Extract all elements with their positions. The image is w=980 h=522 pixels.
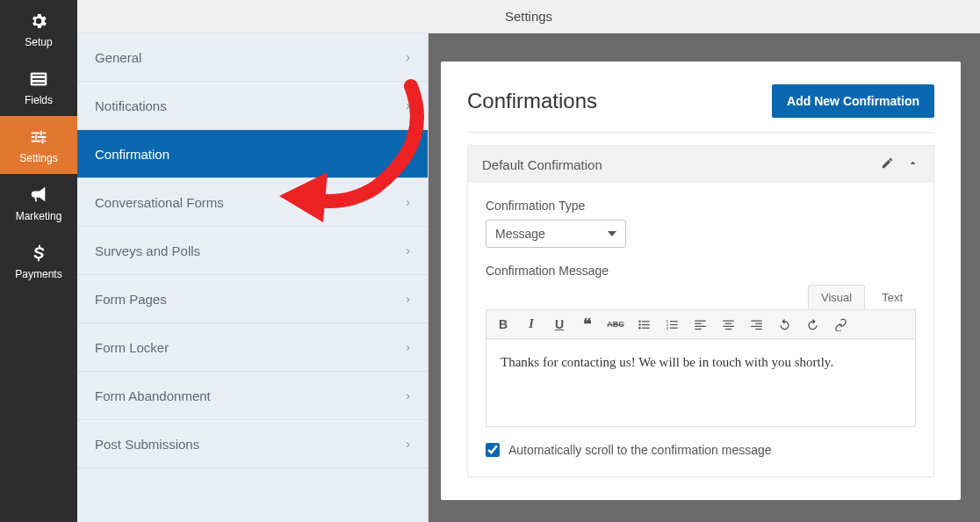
panel-title: Confirmations xyxy=(467,89,597,113)
editor-toolbar: B I U ❝ ABC 123 xyxy=(486,309,916,339)
bullet-list-icon[interactable] xyxy=(634,315,653,334)
sidebar-item-settings[interactable]: Settings xyxy=(0,116,77,174)
confirmation-actions xyxy=(881,156,919,172)
confirmation-card: Default Confirmation Confirmation Type M… xyxy=(467,145,934,477)
scroll-checkbox-row[interactable]: Automatically scroll to the confirmation… xyxy=(486,443,916,457)
editor-textarea[interactable]: Thanks for contacting us! We will be in … xyxy=(486,339,916,427)
subnav-item-label: Confirmation xyxy=(95,147,169,162)
svg-rect-15 xyxy=(695,320,706,321)
chevron-up-icon[interactable] xyxy=(906,156,919,172)
sidebar-item-label: Fields xyxy=(25,94,53,106)
confirmation-message-label: Confirmation Message xyxy=(486,264,916,278)
svg-text:3: 3 xyxy=(666,325,668,330)
sidebar-item-label: Settings xyxy=(19,152,57,164)
svg-rect-21 xyxy=(723,325,734,326)
dollar-icon xyxy=(28,243,49,264)
numbered-list-icon[interactable]: 123 xyxy=(662,315,681,334)
svg-rect-26 xyxy=(755,328,762,329)
sidebar-item-marketing[interactable]: Marketing xyxy=(0,174,77,232)
sidebar-item-setup[interactable]: Setup xyxy=(0,0,77,58)
edit-icon[interactable] xyxy=(881,156,894,172)
italic-icon[interactable]: I xyxy=(522,315,541,334)
svg-rect-18 xyxy=(695,328,702,329)
subnav-item-general[interactable]: General › xyxy=(77,33,428,82)
undo-icon[interactable] xyxy=(775,315,794,334)
redo-icon[interactable] xyxy=(803,315,822,334)
editor-tab-text[interactable]: Text xyxy=(868,285,916,309)
sidebar-item-fields[interactable]: Fields xyxy=(0,58,77,116)
svg-rect-22 xyxy=(724,328,731,329)
main-sidebar: Setup Fields Settings Marketing Payments xyxy=(0,0,77,522)
align-center-icon[interactable] xyxy=(718,315,738,334)
chevron-right-icon: › xyxy=(406,437,410,451)
subnav-item-label: General xyxy=(95,50,141,65)
confirmation-body: Confirmation Type Message Confirmation M… xyxy=(468,183,933,476)
align-left-icon[interactable] xyxy=(690,315,710,334)
confirmation-card-title: Default Confirmation xyxy=(482,157,602,172)
main-area: Settings General › Notifications › Confi… xyxy=(77,0,980,522)
blockquote-icon[interactable]: ❝ xyxy=(578,315,597,334)
chevron-right-icon: › xyxy=(406,340,410,354)
svg-rect-8 xyxy=(642,327,650,328)
bold-icon[interactable]: B xyxy=(494,315,513,334)
subnav-item-label: Form Pages xyxy=(95,292,167,307)
sidebar-item-label: Payments xyxy=(15,268,61,280)
app-root: Setup Fields Settings Marketing Payments xyxy=(0,0,980,522)
svg-rect-16 xyxy=(695,323,702,323)
sidebar-item-label: Setup xyxy=(25,36,52,48)
svg-rect-24 xyxy=(755,323,762,323)
subnav-item-form-pages[interactable]: Form Pages › xyxy=(77,275,428,323)
settings-subnav: General › Notifications › Confirmation ›… xyxy=(77,33,429,522)
sliders-icon xyxy=(28,127,49,148)
svg-rect-17 xyxy=(695,325,706,326)
subnav-item-surveys-polls[interactable]: Surveys and Polls › xyxy=(77,227,428,275)
underline-icon[interactable]: U xyxy=(550,315,569,334)
scroll-checkbox[interactable] xyxy=(486,443,500,457)
panel-header: Confirmations Add New Confirmation xyxy=(467,84,934,133)
svg-point-5 xyxy=(638,323,641,326)
editor-tabs: Visual Text xyxy=(486,285,916,309)
svg-rect-0 xyxy=(32,74,47,85)
chevron-right-icon: › xyxy=(406,292,410,306)
topbar-title: Settings xyxy=(505,9,552,24)
add-new-confirmation-button[interactable]: Add New Confirmation xyxy=(772,84,934,118)
sidebar-item-payments[interactable]: Payments xyxy=(0,232,77,290)
sidebar-item-label: Marketing xyxy=(16,210,62,222)
chevron-right-icon: › xyxy=(406,388,410,402)
subnav-item-form-abandonment[interactable]: Form Abandonment › xyxy=(77,372,428,420)
subnav-item-label: Form Locker xyxy=(95,340,169,355)
topbar: Settings xyxy=(77,0,980,33)
chevron-right-icon: › xyxy=(406,243,410,257)
strikethrough-icon[interactable]: ABC xyxy=(606,315,625,334)
svg-rect-6 xyxy=(642,323,650,324)
confirmation-type-select[interactable]: Message xyxy=(486,220,626,248)
subnav-item-notifications[interactable]: Notifications › xyxy=(77,82,428,130)
confirmation-card-header[interactable]: Default Confirmation xyxy=(468,146,933,183)
link-icon[interactable] xyxy=(831,315,850,334)
subnav-item-post-submissions[interactable]: Post Submissions › xyxy=(77,420,428,468)
list-icon xyxy=(28,69,49,90)
chevron-down-icon: › xyxy=(401,152,415,156)
subnav-item-conversational-forms[interactable]: Conversational Forms › xyxy=(77,178,428,227)
confirmations-panel: Confirmations Add New Confirmation Defau… xyxy=(441,62,961,500)
subnav-item-label: Post Submissions xyxy=(95,437,199,452)
svg-rect-12 xyxy=(670,323,678,324)
editor-tab-visual[interactable]: Visual xyxy=(808,285,865,309)
subnav-item-confirmation[interactable]: Confirmation › xyxy=(77,130,428,178)
svg-rect-10 xyxy=(670,321,678,322)
content: General › Notifications › Confirmation ›… xyxy=(77,33,980,522)
subnav-item-label: Conversational Forms xyxy=(95,195,224,210)
svg-rect-23 xyxy=(751,320,762,321)
bullhorn-icon xyxy=(28,185,49,206)
gear-icon xyxy=(28,11,49,32)
chevron-right-icon: › xyxy=(406,50,410,64)
svg-rect-19 xyxy=(723,320,734,321)
scroll-checkbox-label: Automatically scroll to the confirmation… xyxy=(508,443,772,457)
chevron-right-icon: › xyxy=(406,195,410,209)
subnav-item-label: Notifications xyxy=(95,98,167,113)
align-right-icon[interactable] xyxy=(746,315,766,334)
subnav-item-form-locker[interactable]: Form Locker › xyxy=(77,323,428,372)
svg-rect-14 xyxy=(670,327,678,328)
svg-rect-4 xyxy=(642,321,650,322)
panel-wrapper: Confirmations Add New Confirmation Defau… xyxy=(429,33,961,522)
